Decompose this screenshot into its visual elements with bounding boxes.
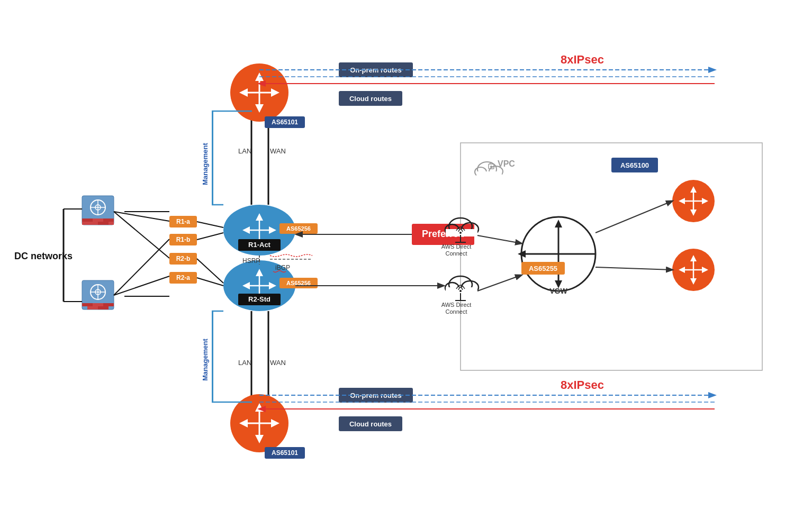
svg-rect-40 (87, 306, 98, 309)
firewall-top (82, 196, 114, 225)
as65256-top-label: AS65256 (286, 225, 311, 232)
mgmt-bot-label: Management (201, 339, 209, 381)
lan-top-label: LAN (238, 147, 251, 155)
ibgp-label: iBGP (275, 264, 290, 271)
mgmt-top-box (212, 111, 213, 205)
as65100-label: AS65100 (620, 161, 649, 169)
mgmt-top-label: Management (201, 143, 209, 185)
lan-bot-label: LAN (238, 359, 251, 367)
aws-dc-top-label2: Connect (446, 250, 467, 257)
aws-dc-bot-label2: Connect (446, 308, 467, 315)
svg-rect-4 (476, 171, 502, 178)
wan-bot-label: WAN (270, 359, 286, 367)
wan-top-label: WAN (270, 147, 286, 155)
svg-rect-31 (98, 222, 109, 225)
svg-rect-28 (93, 219, 103, 222)
svg-rect-37 (82, 303, 93, 306)
r2a-label: R2-a (176, 274, 190, 281)
as65255-label: AS65255 (529, 265, 557, 272)
vpc-label: VPC (498, 159, 515, 168)
hsrp-label: HSRP (242, 257, 260, 265)
r1b-label: R1-b (176, 236, 191, 243)
svg-point-85 (459, 290, 462, 292)
svg-rect-27 (82, 219, 93, 222)
vgw-label: VGW (549, 287, 567, 295)
svg-rect-41 (98, 306, 109, 309)
svg-point-6 (490, 166, 492, 168)
mgmt-bot-box (212, 311, 213, 402)
svg-rect-30 (87, 222, 98, 225)
r2-std-label: R2-Std (248, 295, 270, 303)
cloud-routes-top-label: Cloud routes (349, 95, 392, 103)
r1a-label: R1-a (176, 218, 190, 225)
svg-point-78 (459, 232, 462, 234)
aws-dc-top-label: AWS Direct (441, 243, 471, 250)
as65101-top-label: AS65101 (272, 119, 298, 126)
network-diagram: VPC AS65100 VGW AS65255 DC networks (0, 0, 812, 528)
ipsec-top-label: 8xIPsec (561, 53, 604, 66)
as65101-bot-label: AS65101 (272, 449, 298, 457)
svg-rect-29 (103, 219, 114, 222)
svg-rect-38 (93, 303, 103, 306)
firewall-bot (82, 280, 114, 309)
aws-dc-bot-label: AWS Direct (441, 302, 471, 308)
r2b-label: R2-b (176, 255, 191, 262)
r1-act-label: R1-Act (248, 241, 271, 249)
ipsec-bot-label: 8xIPsec (561, 378, 604, 392)
cloud-routes-bot-label: Cloud routes (349, 420, 392, 428)
svg-rect-39 (103, 303, 114, 306)
